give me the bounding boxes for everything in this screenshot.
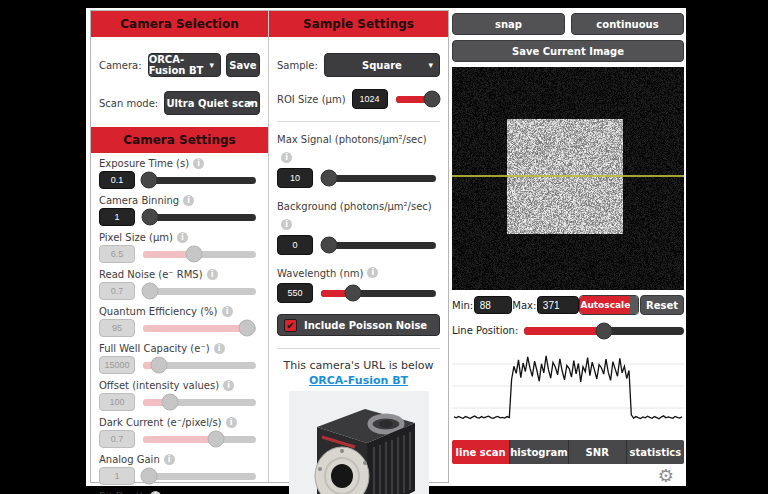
dark-current-group: Dark Current (e⁻/pixel/s)i bbox=[99, 416, 260, 449]
poisson-noise-label: Include Poisson Noise bbox=[304, 320, 427, 331]
info-icon[interactable]: i bbox=[367, 267, 378, 278]
max-signal-label: Max Signal (photons/µm²/sec) bbox=[277, 134, 427, 145]
save-camera-button[interactable]: Save bbox=[226, 53, 260, 77]
wavelength-label: Wavelength (nm) bbox=[277, 268, 363, 279]
wavelength-slider[interactable] bbox=[321, 290, 436, 297]
roi-size-value[interactable] bbox=[352, 89, 388, 109]
max-signal-slider[interactable] bbox=[321, 175, 436, 182]
info-icon[interactable]: i bbox=[177, 232, 188, 243]
save-current-image-button[interactable]: Save Current Image bbox=[452, 40, 684, 62]
read-noise-value bbox=[99, 282, 135, 300]
exposure-time-value[interactable] bbox=[99, 171, 135, 189]
slider-thumb bbox=[141, 283, 158, 300]
tab-statistics[interactable]: statistics bbox=[627, 440, 684, 464]
camera-product-image bbox=[269, 391, 448, 494]
background-label: Background (photons/µm²/sec) bbox=[277, 201, 432, 212]
analog-gain-slider bbox=[143, 473, 256, 480]
background-group: Background (photons/µm²/sec)i bbox=[277, 195, 440, 256]
info-icon[interactable]: i bbox=[281, 152, 292, 163]
camera-binning-value[interactable] bbox=[99, 208, 135, 226]
offset-value bbox=[99, 393, 135, 411]
bit-depth-label: Bit Depth bbox=[99, 491, 146, 494]
quantum-efficiency-label: Quantum Efficiency (%) bbox=[99, 306, 218, 317]
slider-thumb bbox=[140, 468, 157, 485]
background-value[interactable] bbox=[277, 235, 313, 255]
camera-select[interactable]: ORCA-Fusion BT ▾ bbox=[148, 53, 221, 77]
divider bbox=[277, 121, 440, 122]
reset-button[interactable]: Reset bbox=[640, 295, 684, 315]
offset-slider bbox=[143, 399, 256, 406]
offset-label: Offset (intensity values) bbox=[99, 380, 219, 391]
tab-histogram[interactable]: histogram bbox=[510, 440, 568, 464]
chevron-down-icon: ▾ bbox=[428, 60, 433, 70]
quantum-efficiency-group: Quantum Efficiency (%)i bbox=[99, 305, 260, 338]
app-window: Camera Selection Camera: ORCA-Fusion BT … bbox=[86, 8, 686, 486]
result-tabs: line scan histogram SNR statistics bbox=[452, 440, 684, 464]
slider-thumb[interactable] bbox=[345, 285, 362, 302]
quantum-efficiency-slider bbox=[143, 325, 256, 332]
pixel-size-slider bbox=[143, 251, 256, 258]
divider bbox=[277, 348, 440, 349]
autoscale-toggle[interactable]: Autoscale bbox=[579, 295, 639, 315]
camera-selection-header: Camera Selection bbox=[91, 11, 268, 37]
wavelength-value[interactable] bbox=[277, 283, 313, 303]
info-icon[interactable]: i bbox=[207, 269, 218, 280]
snap-button[interactable]: snap bbox=[452, 13, 565, 35]
slider-thumb[interactable] bbox=[321, 237, 338, 254]
continuous-button[interactable]: continuous bbox=[571, 13, 684, 35]
checkbox-checked-icon[interactable]: ✔ bbox=[284, 319, 297, 332]
max-signal-value[interactable] bbox=[277, 168, 313, 188]
info-icon[interactable]: i bbox=[164, 454, 175, 465]
camera-binning-slider[interactable] bbox=[143, 214, 256, 221]
chevron-down-icon: ▾ bbox=[248, 98, 253, 108]
info-icon[interactable]: i bbox=[183, 195, 194, 206]
camera-column: Camera Selection Camera: ORCA-Fusion BT … bbox=[91, 11, 269, 482]
slider-thumb[interactable] bbox=[596, 322, 613, 339]
line-position-slider[interactable] bbox=[524, 327, 684, 335]
autoscale-toggle-handle[interactable] bbox=[630, 296, 638, 314]
min-input[interactable] bbox=[474, 296, 512, 314]
read-noise-label: Read Noise (e⁻ RMS) bbox=[99, 269, 203, 280]
info-icon[interactable]: i bbox=[214, 343, 225, 354]
analog-gain-value bbox=[99, 467, 135, 485]
info-icon[interactable]: i bbox=[193, 158, 204, 169]
roi-size-label: ROI Size (µm) bbox=[277, 94, 346, 105]
camera-url-link[interactable]: ORCA-Fusion BT bbox=[269, 374, 448, 387]
read-noise-slider bbox=[143, 288, 256, 295]
info-icon[interactable]: i bbox=[281, 219, 292, 230]
scan-mode-select[interactable]: Ultra Quiet scan ▾ bbox=[164, 91, 260, 115]
info-icon[interactable]: i bbox=[222, 306, 233, 317]
info-icon[interactable]: i bbox=[226, 417, 237, 428]
dark-current-slider bbox=[143, 436, 256, 443]
exposure-time-slider[interactable] bbox=[143, 177, 256, 184]
include-poisson-noise-toggle[interactable]: ✔ Include Poisson Noise bbox=[277, 314, 440, 336]
sample-settings-header: Sample Settings bbox=[269, 11, 448, 37]
camera-image-canvas[interactable] bbox=[452, 67, 684, 290]
sample-column: Sample Settings Sample: Square ▾ ROI Siz… bbox=[269, 11, 448, 482]
max-signal-group: Max Signal (photons/µm²/sec)i bbox=[277, 128, 440, 189]
slider-thumb[interactable] bbox=[140, 172, 157, 189]
info-icon[interactable]: i bbox=[223, 380, 234, 391]
max-input[interactable] bbox=[537, 296, 579, 314]
wavelength-group: Wavelength (nm)i bbox=[277, 262, 440, 304]
scan-mode-select-value: Ultra Quiet scan bbox=[166, 98, 257, 109]
exposure-time-group: Exposure Time (s)i bbox=[99, 157, 260, 190]
autoscale-label: Autoscale bbox=[580, 296, 630, 314]
gear-icon[interactable]: ⚙ bbox=[658, 466, 674, 486]
quantum-efficiency-value bbox=[99, 319, 135, 337]
roi-size-slider[interactable] bbox=[396, 96, 436, 103]
slider-thumb[interactable] bbox=[321, 170, 338, 187]
sample-select[interactable]: Square ▾ bbox=[324, 53, 440, 77]
slider-thumb[interactable] bbox=[423, 91, 440, 108]
full-well-capacity-value bbox=[99, 356, 135, 374]
min-label: Min: bbox=[452, 300, 473, 311]
tab-snr[interactable]: SNR bbox=[569, 440, 627, 464]
analog-gain-group: Analog Gaini bbox=[99, 453, 260, 486]
info-icon[interactable]: i bbox=[150, 491, 161, 494]
full-well-capacity-group: Full Well Capacity (e⁻)i bbox=[99, 342, 260, 375]
slider-thumb[interactable] bbox=[141, 209, 158, 226]
tab-line-scan[interactable]: line scan bbox=[452, 440, 510, 464]
background-slider[interactable] bbox=[321, 242, 436, 249]
line-scan-trace bbox=[454, 356, 682, 419]
camera-label: Camera: bbox=[99, 60, 142, 71]
